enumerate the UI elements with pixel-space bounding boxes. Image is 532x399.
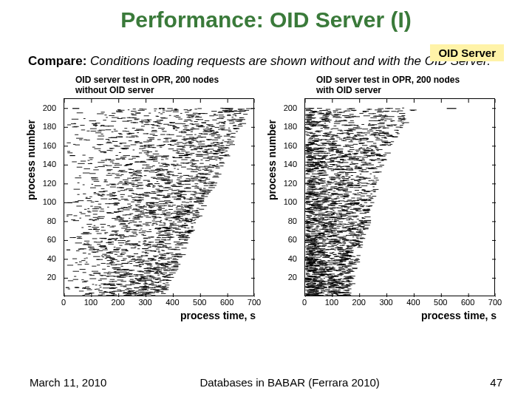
- y-ticks: 20406080100120140160180200: [31, 98, 61, 296]
- oid-server-badge: OID Server: [430, 44, 504, 61]
- footer-venue: Databases in BABAR (Ferrara 2010): [106, 376, 473, 389]
- chart-title: OID server test in OPR, 200 nodes withou…: [75, 75, 219, 96]
- charts-row: OID server test in OPR, 200 nodes withou…: [0, 75, 532, 318]
- x-axis-label: process time, s: [180, 310, 256, 321]
- chart-without-oid: OID server test in OPR, 200 nodes withou…: [31, 75, 260, 318]
- plot-area: [304, 98, 495, 296]
- footer-date: March 11, 2010: [30, 376, 106, 389]
- chart-with-oid: OID server test in OPR, 200 nodes with O…: [272, 75, 501, 318]
- slide-footer: March 11, 2010 Databases in BABAR (Ferra…: [0, 376, 532, 389]
- page-title: Performance: OID Server (I): [0, 0, 532, 33]
- footer-page: 47: [473, 376, 502, 389]
- x-ticks: 0100200300400500600700: [304, 296, 495, 311]
- plot-area: [64, 98, 254, 296]
- y-ticks: 20406080100120140160180200: [272, 98, 301, 296]
- chart-title: OID server test in OPR, 200 nodes with O…: [316, 75, 460, 96]
- compare-label: Compare:: [28, 54, 86, 68]
- x-axis-label: process time, s: [421, 310, 497, 321]
- x-ticks: 0100200300400500600700: [64, 296, 254, 311]
